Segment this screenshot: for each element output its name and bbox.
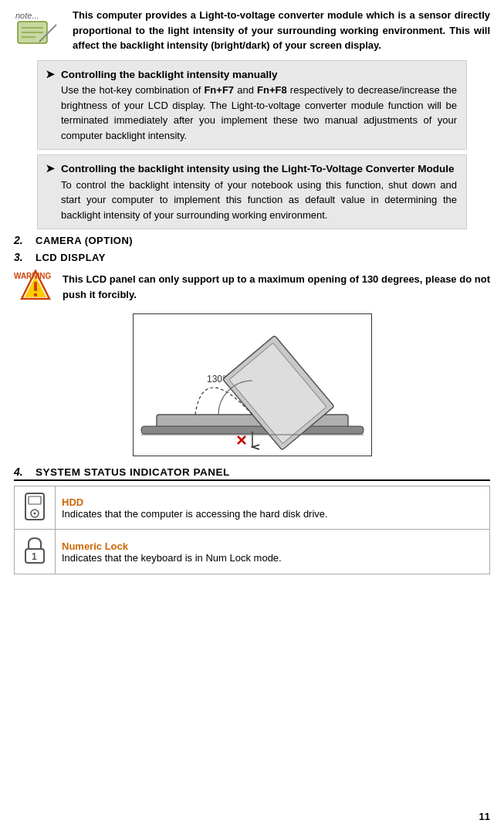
hdd-info-cell: HDD Indicates that the computer is acces… [56, 486, 490, 530]
svg-rect-22 [29, 496, 41, 504]
indicator-table: HDD Indicates that the computer is acces… [14, 486, 490, 574]
svg-text:note...: note... [15, 11, 39, 20]
bullet-1-content: Controlling the backlight intensity manu… [61, 67, 457, 143]
warning-section: WARNING This LCD panel can only support … [14, 269, 490, 304]
svg-text:130°: 130° [207, 374, 226, 385]
key2: Fn+F8 [257, 84, 287, 96]
item-3: 3. LCD Display [14, 251, 490, 263]
item-2-label: Camera (Option) [36, 235, 133, 246]
bullet-2-content: Controlling the backlight intensity usin… [61, 161, 457, 222]
indicator-row-numlock: 1 Numeric Lock Indicates that the keyboa… [15, 530, 490, 574]
item-3-label: LCD Display [36, 252, 106, 263]
lcd-diagram: 130° [14, 313, 490, 456]
note-section: note... This computer provides a Light-t… [14, 8, 490, 54]
item-2-num: 2. [14, 234, 36, 246]
item-2: 2. Camera (Option) [14, 234, 490, 246]
svg-rect-10 [34, 293, 37, 296]
bullet-1-body-pre: Use the hot-key combination of [61, 84, 204, 96]
hdd-name: HDD [62, 496, 483, 508]
numlock-desc: Indicates that the keyboard is in Num Lo… [62, 552, 483, 564]
bullet-arrow-2: ➤ [46, 162, 55, 174]
bullet-2-body: To control the backlight intensity of yo… [61, 178, 457, 223]
bullet-1-title: Controlling the backlight intensity manu… [61, 67, 457, 83]
item-3-num: 3. [14, 251, 36, 263]
hdd-icon [21, 490, 49, 523]
warning-text: This LCD panel can only support up to a … [63, 272, 490, 302]
item-4-label: System Status Indicator Panel [36, 466, 230, 478]
bullet-1-body: Use the hot-key combination of Fn+F7 and… [61, 83, 457, 143]
lcd-svg-diagram: 130° [134, 314, 371, 456]
note-icon: note... [14, 9, 68, 54]
key1: Fn+F7 [204, 84, 234, 96]
svg-text:1: 1 [32, 551, 37, 562]
bullet-1: ➤ Controlling the backlight intensity ma… [37, 60, 467, 150]
section-header-4: 4. System Status Indicator Panel [14, 466, 490, 481]
numlock-icon-cell: 1 [15, 530, 56, 574]
svg-rect-9 [34, 282, 37, 291]
svg-text:WARNING: WARNING [14, 272, 52, 280]
hdd-icon-cell [15, 486, 56, 530]
note-svg-graphic: note... [14, 9, 64, 52]
warning-text-bold: This LCD panel can only support up to a … [63, 273, 490, 300]
warning-icon: WARNING [14, 269, 56, 304]
note-text-bold: This computer provides a Light-to-voltag… [73, 9, 490, 51]
numlock-name: Numeric Lock [62, 540, 483, 552]
page-number: 11 [479, 811, 490, 822]
bullet-1-body-mid: and [234, 84, 257, 96]
bullet-2: ➤ Controlling the backlight intensity us… [37, 154, 467, 229]
item-4-num: 4. [14, 466, 36, 478]
lcd-diagram-inner: 130° [133, 313, 372, 456]
svg-point-24 [34, 513, 36, 515]
bullet-2-title: Controlling the backlight intensity usin… [61, 161, 457, 177]
numlock-icon: 1 [21, 534, 49, 567]
hdd-desc: Indicates that the computer is accessing… [62, 508, 483, 520]
indicator-row-hdd: HDD Indicates that the computer is acces… [15, 486, 490, 530]
numlock-info-cell: Numeric Lock Indicates that the keyboard… [56, 530, 490, 574]
warning-svg: WARNING [14, 269, 56, 302]
bullet-arrow-1: ➤ [46, 68, 55, 80]
note-text: This computer provides a Light-to-voltag… [73, 8, 490, 53]
